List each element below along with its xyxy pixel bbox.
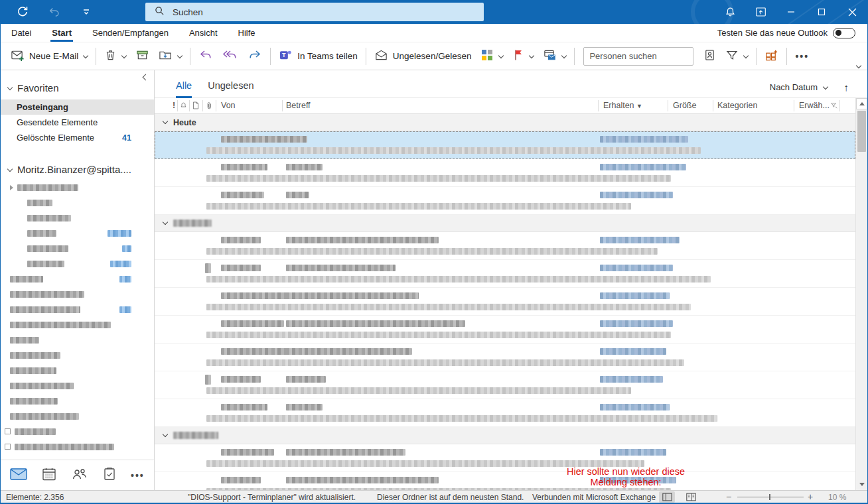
col-erhalten[interactable]: Erhalten ▼ <box>603 101 642 110</box>
folder-item-redacted[interactable] <box>1 317 154 332</box>
folder-item-redacted[interactable] <box>1 180 154 195</box>
follow-up-flag-button[interactable] <box>508 46 538 67</box>
zoom-slider-track[interactable] <box>737 497 804 497</box>
group-header[interactable] <box>155 427 855 444</box>
tasks-nav-icon[interactable] <box>103 467 116 483</box>
vertical-scrollbar[interactable] <box>855 98 867 490</box>
account-header[interactable]: Moritz.Binanzer@spitta.... <box>1 161 154 177</box>
expand-triangle-icon[interactable] <box>10 185 13 190</box>
tab-ansicht[interactable]: Ansicht <box>188 25 219 40</box>
filter-email-button[interactable] <box>721 46 753 67</box>
more-apps-icon[interactable]: ••• <box>131 470 145 481</box>
col-reminder-bell-icon[interactable] <box>180 101 187 111</box>
address-book-button[interactable] <box>699 46 721 67</box>
folder-item-redacted[interactable] <box>1 393 154 409</box>
message-row[interactable] <box>155 444 855 472</box>
people-search-input[interactable] <box>583 47 693 66</box>
message-row[interactable] <box>155 316 855 344</box>
ribbon-display-options-icon[interactable] <box>745 0 776 24</box>
folder-item-redacted[interactable] <box>1 271 154 286</box>
message-row[interactable] <box>155 159 855 187</box>
unread-read-button[interactable]: Ungelesen/Gelesen <box>370 46 476 67</box>
folder-item-redacted[interactable] <box>1 195 154 210</box>
notifications-bell-icon[interactable] <box>715 0 745 24</box>
quick-access-menu-icon[interactable] <box>75 3 98 21</box>
favorites-header[interactable]: Favoriten <box>1 80 154 95</box>
col-attachment-icon[interactable] <box>206 101 212 112</box>
zoom-out-button[interactable]: − <box>726 491 731 502</box>
collapse-ribbon-icon[interactable] <box>856 64 861 68</box>
scroll-down-button[interactable] <box>856 479 867 490</box>
folder-item-redacted[interactable] <box>1 256 154 271</box>
col-mention-filter-icon[interactable] <box>830 101 838 111</box>
folder-item-redacted[interactable] <box>1 409 154 424</box>
col-importance[interactable]: ! <box>173 101 175 110</box>
col-von[interactable]: Von <box>221 101 236 110</box>
tab-hilfe[interactable]: Hilfe <box>237 25 257 40</box>
tab-start[interactable]: Start <box>50 25 73 40</box>
message-row[interactable] <box>155 288 855 316</box>
undo-icon[interactable] <box>43 3 66 21</box>
folder-item-redacted[interactable] <box>1 332 154 347</box>
scroll-up-button[interactable] <box>856 98 867 109</box>
mail-nav-icon[interactable] <box>10 468 27 483</box>
forward-button[interactable] <box>243 46 267 67</box>
message-row-selected[interactable] <box>155 131 855 159</box>
group-header[interactable] <box>155 215 855 232</box>
sort-direction-icon[interactable]: ↑ <box>844 82 849 93</box>
expand-box-icon[interactable] <box>5 444 11 450</box>
scrollbar-thumb[interactable] <box>857 111 866 152</box>
col-kategorien[interactable]: Kategorien <box>717 101 757 110</box>
new-email-button[interactable]: Neue E-Mail <box>6 46 92 67</box>
minimize-button[interactable] <box>776 0 806 24</box>
folder-item-redacted[interactable] <box>1 302 154 317</box>
col-betreff[interactable]: Betreff <box>286 101 311 110</box>
reply-all-button[interactable] <box>218 46 243 67</box>
folder-item-redacted[interactable] <box>1 424 154 439</box>
send-receive-icon[interactable] <box>11 3 34 21</box>
col-groesse[interactable]: Größe <box>673 101 696 110</box>
expand-box-icon[interactable] <box>5 428 11 434</box>
message-row[interactable] <box>155 472 855 490</box>
collapse-folder-pane-icon[interactable] <box>142 74 149 81</box>
message-row[interactable] <box>155 187 855 215</box>
archive-button[interactable] <box>131 46 154 67</box>
quick-steps-button[interactable] <box>538 46 571 67</box>
people-nav-icon[interactable] <box>71 468 88 483</box>
sidebar-item-geloeschte-elemente[interactable]: Gelöschte Elemente 41 <box>1 130 154 145</box>
sidebar-item-posteingang[interactable]: Posteingang <box>1 99 154 115</box>
col-item-type-icon[interactable] <box>192 101 199 111</box>
maximize-button[interactable] <box>806 0 837 24</box>
col-erwaehnung[interactable]: Erwäh... <box>799 101 830 110</box>
reply-button[interactable] <box>194 46 218 67</box>
tab-ungelesen[interactable]: Ungelesen <box>208 80 253 94</box>
tab-alle[interactable]: Alle <box>176 80 192 94</box>
folder-item-redacted[interactable] <box>1 347 154 363</box>
message-row[interactable] <box>155 344 855 371</box>
normal-view-button[interactable] <box>659 491 675 503</box>
delete-button[interactable] <box>100 46 131 67</box>
zoom-level[interactable]: 10 % <box>828 493 846 502</box>
tab-senden-empfangen[interactable]: Senden/Empfangen <box>91 25 170 40</box>
share-to-teams-button[interactable]: T In Teams teilen <box>274 46 362 67</box>
sidebar-item-gesendete-elemente[interactable]: Gesendete Elemente <box>1 115 154 130</box>
group-header[interactable]: Heute <box>155 114 855 131</box>
message-row[interactable] <box>155 232 855 260</box>
browse-groups-button[interactable] <box>760 46 783 67</box>
folder-item-redacted[interactable] <box>1 241 154 256</box>
folder-item-redacted[interactable] <box>1 210 154 225</box>
sort-by-control[interactable]: Nach Datum <box>770 82 828 92</box>
move-to-button[interactable] <box>154 46 186 67</box>
folder-item-redacted[interactable] <box>1 225 154 241</box>
message-row[interactable] <box>155 371 855 399</box>
search-bar[interactable]: Suchen <box>145 3 484 21</box>
close-button[interactable] <box>837 0 867 24</box>
tab-datei[interactable]: Datei <box>10 25 33 40</box>
zoom-slider-thumb[interactable] <box>769 494 770 500</box>
zoom-in-button[interactable]: + <box>808 491 813 502</box>
reading-view-button[interactable] <box>683 491 699 503</box>
categorize-button[interactable] <box>476 46 508 67</box>
more-commands-button[interactable]: ••• <box>790 46 814 67</box>
folder-item-redacted[interactable] <box>1 363 154 378</box>
message-row[interactable] <box>155 399 855 427</box>
